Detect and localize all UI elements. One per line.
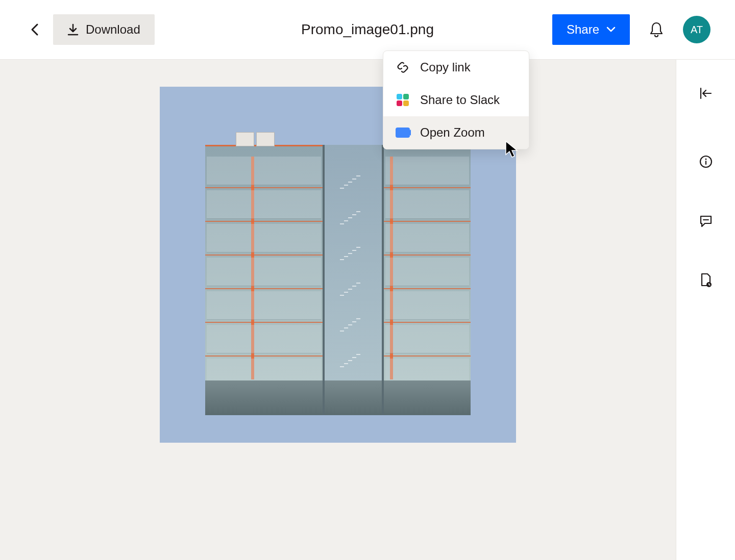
download-label: Download <box>86 22 140 37</box>
notifications-button[interactable] <box>646 19 667 40</box>
dropdown-item-label: Copy link <box>420 60 471 74</box>
chevron-down-icon <box>606 27 616 33</box>
file-activity-button[interactable] <box>695 269 717 291</box>
dropdown-item-slack[interactable]: Share to Slack <box>383 84 529 116</box>
file-activity-icon <box>699 272 713 288</box>
header: Download Promo_image01.png Share AT <box>0 0 735 60</box>
header-right: Share AT <box>552 14 710 45</box>
slack-icon <box>396 93 410 107</box>
file-title: Promo_image01.png <box>301 21 434 38</box>
chevron-left-icon <box>30 22 39 37</box>
dropdown-item-label: Open Zoom <box>420 125 485 140</box>
share-dropdown: Copy link Share to Slack Open Zoom <box>383 50 529 149</box>
dropdown-item-copy-link[interactable]: Copy link <box>383 51 529 84</box>
link-icon <box>396 60 410 74</box>
image-viewer <box>0 60 676 560</box>
back-button[interactable] <box>24 19 45 40</box>
svg-point-1 <box>705 159 706 160</box>
zoom-icon <box>396 125 410 140</box>
share-label: Share <box>567 22 599 37</box>
dropdown-item-label: Share to Slack <box>420 93 500 107</box>
main <box>0 60 735 560</box>
info-icon <box>699 155 713 169</box>
download-button[interactable]: Download <box>53 14 155 45</box>
dropdown-item-zoom[interactable]: Open Zoom <box>383 116 529 149</box>
download-icon <box>67 23 79 36</box>
bell-icon <box>649 21 664 38</box>
info-button[interactable] <box>695 150 717 173</box>
avatar[interactable]: AT <box>683 16 710 43</box>
side-panel <box>676 60 735 560</box>
comment-icon <box>699 214 713 227</box>
share-button[interactable]: Share <box>552 14 630 45</box>
collapse-panel-button[interactable] <box>695 82 717 105</box>
building-illustration <box>205 145 471 415</box>
collapse-icon <box>699 87 713 99</box>
comments-button[interactable] <box>695 210 717 232</box>
